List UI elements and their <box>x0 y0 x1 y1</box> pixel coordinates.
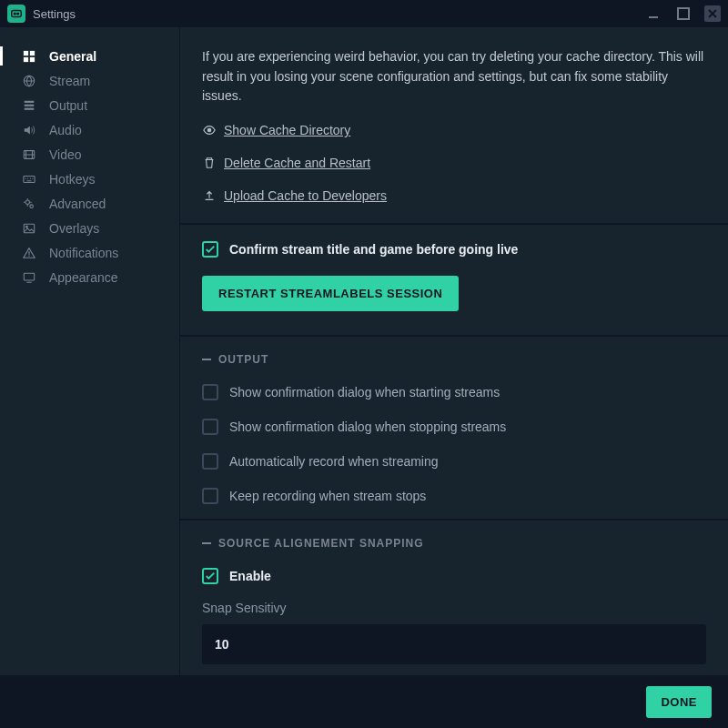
link-label: Delete Cache and Restart <box>224 156 370 170</box>
svg-rect-6 <box>30 50 35 55</box>
titlebar: Settings <box>0 0 728 27</box>
sidebar-item-label: Overlays <box>49 221 99 236</box>
grid-icon <box>22 50 36 63</box>
section-title: OUTPUT <box>218 353 268 366</box>
svg-rect-20 <box>28 255 29 256</box>
keep-recording-checkbox[interactable] <box>202 488 218 504</box>
svg-rect-8 <box>30 56 35 61</box>
show-cache-link[interactable]: Show Cache Directory <box>202 123 706 137</box>
sidebar-item-advanced[interactable]: Advanced <box>0 191 179 216</box>
sidebar-item-hotkeys[interactable]: Hotkeys <box>0 167 179 191</box>
output-opt-row: Automatically record when streaming <box>202 453 706 470</box>
sidebar-item-label: Advanced <box>49 197 106 211</box>
svg-rect-17 <box>24 224 34 233</box>
section-title: SOURCE ALIGNEMENT SNAPPING <box>218 537 424 550</box>
upload-cache-link[interactable]: Upload Cache to Developers <box>202 188 706 203</box>
trash-icon <box>202 157 217 169</box>
checkbox-label: Show confirmation dialog when starting s… <box>229 385 500 399</box>
svg-rect-3 <box>649 16 658 18</box>
confirm-stream-row: Confirm stream title and game before goi… <box>202 241 706 258</box>
svg-rect-4 <box>678 8 689 19</box>
svg-point-22 <box>207 128 211 132</box>
content: If you are experiencing weird behavior, … <box>180 27 728 675</box>
sidebar-item-appearance[interactable]: Appearance <box>0 265 179 289</box>
keyboard-icon <box>22 173 36 186</box>
link-label: Show Cache Directory <box>224 123 350 137</box>
collapse-icon <box>202 542 211 544</box>
sidebar-item-video[interactable]: Video <box>0 142 179 167</box>
start-stream-confirm-checkbox[interactable] <box>202 384 218 400</box>
confirm-stream-checkbox[interactable] <box>202 241 218 258</box>
globe-icon <box>22 75 36 87</box>
output-section-header[interactable]: OUTPUT <box>202 353 706 366</box>
svg-rect-11 <box>25 104 35 106</box>
checkbox-label: Confirm stream title and game before goi… <box>229 242 518 257</box>
stop-stream-confirm-checkbox[interactable] <box>202 419 218 435</box>
eye-icon <box>202 124 217 136</box>
link-label: Upload Cache to Developers <box>224 188 387 203</box>
sidebar-item-label: Hotkeys <box>49 172 96 187</box>
svg-rect-21 <box>24 273 34 280</box>
svg-rect-19 <box>28 251 29 255</box>
cogs-icon <box>22 197 36 210</box>
restart-streamlabels-button[interactable]: Restart Streamlabels Session <box>202 276 459 311</box>
checkbox-label: Enable <box>229 569 271 583</box>
svg-rect-5 <box>24 50 28 55</box>
image-icon <box>22 222 36 235</box>
window-title: Settings <box>33 7 76 21</box>
auto-record-checkbox[interactable] <box>202 453 218 470</box>
cache-info-text: If you are experiencing weird behavior, … <box>202 47 706 106</box>
sidebar-item-notifications[interactable]: Notifications <box>0 240 179 265</box>
output-opt-row: Keep recording when stream stops <box>202 488 706 504</box>
monitor-icon <box>22 271 36 284</box>
sidebar-item-label: Video <box>49 147 82 162</box>
sidebar-item-label: Notifications <box>49 246 118 260</box>
film-icon <box>22 148 36 161</box>
svg-point-16 <box>30 204 34 207</box>
delete-cache-link[interactable]: Delete Cache and Restart <box>202 156 706 170</box>
checkbox-label: Show confirmation dialog when stopping s… <box>229 420 506 434</box>
sidebar-item-stream[interactable]: Stream <box>0 68 179 93</box>
snap-sensitivity-label: Snap Sensitivy <box>202 601 706 615</box>
svg-rect-7 <box>24 56 28 61</box>
sidebar-item-label: Output <box>49 98 87 113</box>
svg-rect-12 <box>25 107 35 109</box>
svg-rect-14 <box>24 176 35 182</box>
output-opt-row: Show confirmation dialog when stopping s… <box>202 419 706 435</box>
maximize-button[interactable] <box>675 5 692 22</box>
sidebar-item-overlays[interactable]: Overlays <box>0 216 179 240</box>
stack-icon <box>22 99 36 112</box>
sidebar-item-label: Stream <box>49 74 90 88</box>
sidebar-item-label: Appearance <box>49 270 118 285</box>
checkbox-label: Keep recording when stream stops <box>229 489 426 503</box>
upload-icon <box>202 189 217 202</box>
snap-enable-row: Enable <box>202 568 706 584</box>
app-logo <box>7 5 25 23</box>
done-button[interactable]: Done <box>646 686 712 718</box>
volume-icon <box>22 124 36 136</box>
sidebar-item-output[interactable]: Output <box>0 93 179 117</box>
footer: Done <box>0 675 728 728</box>
svg-point-18 <box>26 226 28 228</box>
sidebar-item-label: General <box>49 49 96 64</box>
sidebar-item-label: Audio <box>49 123 82 137</box>
sidebar-item-general[interactable]: General <box>0 44 179 68</box>
snap-enable-checkbox[interactable] <box>202 568 218 584</box>
sidebar-item-audio[interactable]: Audio <box>0 117 179 142</box>
output-opt-row: Show confirmation dialog when starting s… <box>202 384 706 400</box>
svg-point-2 <box>17 13 19 15</box>
warning-icon <box>22 247 36 259</box>
svg-rect-0 <box>12 11 22 17</box>
snap-sensitivity-input[interactable] <box>202 624 706 664</box>
snap-section-header[interactable]: SOURCE ALIGNEMENT SNAPPING <box>202 537 706 550</box>
close-button[interactable] <box>704 5 721 22</box>
collapse-icon <box>202 359 211 360</box>
svg-rect-10 <box>25 100 35 102</box>
sidebar: General Stream Output Audio Video <box>0 27 180 675</box>
svg-point-1 <box>14 13 15 15</box>
checkbox-label: Automatically record when streaming <box>229 454 439 469</box>
minimize-button[interactable] <box>646 5 662 22</box>
svg-point-15 <box>25 200 29 204</box>
